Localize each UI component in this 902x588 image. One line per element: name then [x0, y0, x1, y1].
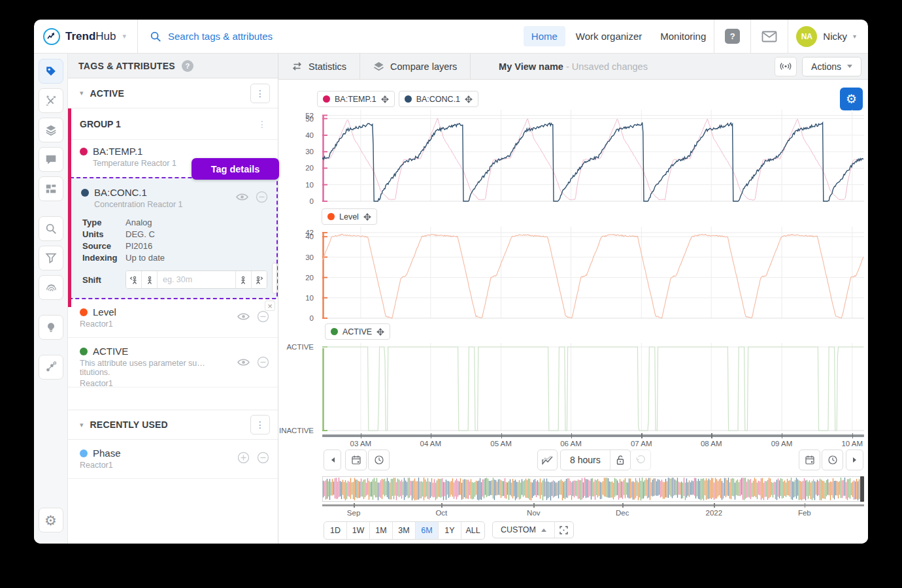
nav-link-work-organizer[interactable]: Work organizer: [568, 26, 650, 46]
nav-link-home[interactable]: Home: [524, 26, 565, 46]
legend-chip-ba-temp-1[interactable]: BA:TEMP.1: [317, 91, 395, 107]
nav-link-monitoring[interactable]: Monitoring: [652, 26, 714, 46]
tag-row-ba-conc-1[interactable]: BA:CONC.1 Concentration Reactor 1: [69, 178, 276, 215]
legend-row-2: Level: [322, 208, 377, 225]
app-logo[interactable]: TrendHub ▾: [34, 20, 137, 53]
rail-fingerprint-button[interactable]: [39, 275, 63, 300]
compare-scales-button[interactable]: [537, 449, 558, 470]
tag-color-dot: [80, 148, 88, 155]
statistics-tab[interactable]: Statistics: [278, 54, 360, 79]
range-button-6m[interactable]: 6M: [416, 522, 439, 539]
active-section-menu-button[interactable]: ⋮: [250, 84, 270, 103]
end-time-button[interactable]: [822, 449, 843, 470]
tag-row-active[interactable]: ACTIVE This attribute uses parameter su……: [68, 338, 278, 387]
section-chevron-down-icon[interactable]: ▾: [80, 89, 84, 97]
tag-details-tooltip-button[interactable]: Tag details: [192, 158, 279, 180]
legend-chip-ba-conc-1[interactable]: BA:CONC.1: [399, 91, 478, 107]
rail-formulas-button[interactable]: [39, 88, 63, 113]
pan-right-button[interactable]: [846, 449, 863, 470]
range-button-all[interactable]: ALL: [461, 522, 484, 539]
duration-value[interactable]: 8 hours: [561, 450, 610, 470]
global-search[interactable]: Search tags & attributes: [138, 31, 524, 42]
range-button-1w[interactable]: 1W: [347, 522, 370, 539]
legend-chip-active[interactable]: ACTIVE: [325, 323, 390, 340]
brand-chevron-down-icon[interactable]: ▾: [122, 32, 126, 41]
y-tick-label: 50: [305, 115, 314, 123]
rail-layers-button[interactable]: [39, 118, 63, 142]
chart-stage: BA:TEMP.1 BA:CONC.1 ⚙ 5250403020100 Leve…: [278, 80, 868, 544]
group-name: GROUP 1: [80, 119, 254, 129]
start-time-button[interactable]: [368, 449, 390, 470]
move-icon[interactable]: [381, 95, 389, 103]
messages-button[interactable]: [751, 20, 788, 54]
visibility-eye-icon[interactable]: [236, 355, 250, 369]
x-tick-label: 05 AM: [490, 440, 512, 448]
group-menu-button[interactable]: ⋮: [254, 119, 270, 129]
y-tick-label: 40: [305, 233, 314, 240]
x-tick-mark: [852, 433, 854, 438]
custom-range-button[interactable]: CUSTOM: [493, 522, 555, 538]
rail-settings-button[interactable]: ⚙: [39, 508, 63, 532]
shift-back-icon[interactable]: [142, 271, 158, 288]
filter-icon: [44, 252, 58, 265]
overview-timeline[interactable]: [322, 476, 864, 502]
chart-settings-button[interactable]: ⚙: [840, 88, 863, 110]
range-button-3m[interactable]: 3M: [393, 522, 416, 539]
remove-circle-icon[interactable]: [256, 309, 270, 323]
full-extent-button[interactable]: [555, 522, 573, 538]
shift-forward-more-icon[interactable]: [251, 271, 267, 288]
visibility-eye-icon[interactable]: [236, 309, 250, 323]
rail-dashboard-button[interactable]: [39, 176, 63, 201]
range-button-1d[interactable]: 1D: [324, 522, 347, 539]
shift-back-more-icon[interactable]: [126, 271, 142, 288]
trend-chart-active[interactable]: [322, 343, 864, 432]
chart-toolbar: Statistics Compare layers My View name -…: [278, 54, 868, 80]
lock-duration-button[interactable]: [610, 450, 630, 470]
pan-left-button[interactable]: [324, 449, 341, 470]
tag-name: BA:CONC.1: [94, 187, 147, 198]
rail-insights-button[interactable]: [39, 315, 63, 340]
range-button-1m[interactable]: 1M: [370, 522, 393, 539]
tag-row-level[interactable]: Level Reactor1: [68, 299, 278, 338]
recently-used-menu-button[interactable]: ⋮: [250, 415, 270, 434]
move-icon[interactable]: [465, 95, 473, 103]
user-menu[interactable]: NA Nicky ▾: [788, 26, 868, 47]
panel-help-icon[interactable]: ?: [182, 60, 193, 72]
legend-chip-level[interactable]: Level: [322, 208, 377, 225]
live-mode-button[interactable]: [775, 57, 797, 76]
rail-context-button[interactable]: [39, 355, 63, 380]
overview-axis-bar: [322, 504, 864, 506]
range-button-1y[interactable]: 1Y: [439, 522, 461, 539]
history-back-button[interactable]: [630, 449, 651, 470]
rail-tags-button[interactable]: [39, 59, 63, 84]
detail-label: Type: [82, 218, 125, 227]
section-chevron-down-icon[interactable]: ▾: [80, 421, 84, 429]
rail-filter-button[interactable]: [39, 246, 63, 270]
panel-scrollbar-thumb[interactable]: [272, 263, 277, 294]
move-icon[interactable]: [363, 213, 371, 221]
compare-layers-tab[interactable]: Compare layers: [360, 54, 471, 79]
shift-input[interactable]: [158, 271, 235, 288]
group-row[interactable]: GROUP 1 ⋮: [68, 108, 278, 140]
end-date-button[interactable]: [799, 449, 820, 470]
rail-search-button[interactable]: [39, 216, 63, 241]
shift-row: Shift: [82, 270, 267, 289]
remove-circle-icon[interactable]: [256, 450, 270, 465]
tag-row-phase[interactable]: Phase Reactor1: [68, 440, 278, 479]
move-icon[interactable]: [376, 328, 384, 336]
actions-button[interactable]: Actions: [802, 57, 861, 76]
timeline-drag-handle[interactable]: [860, 476, 864, 502]
month-tick-mark: [441, 503, 443, 508]
time-axis-bar[interactable]: [322, 434, 864, 437]
start-date-button[interactable]: [345, 449, 367, 470]
shift-forward-icon[interactable]: [235, 271, 251, 288]
trend-chart-level[interactable]: [322, 227, 864, 319]
rail-comments-button[interactable]: [39, 147, 63, 172]
visibility-eye-icon[interactable]: [235, 189, 249, 204]
remove-circle-icon[interactable]: [256, 355, 270, 369]
remove-circle-icon[interactable]: [254, 189, 269, 204]
trend-chart-temp-conc[interactable]: [322, 110, 864, 203]
add-circle-icon[interactable]: [236, 450, 250, 465]
search-input[interactable]: Search tags & attributes: [168, 31, 273, 42]
help-button[interactable]: ?: [714, 20, 750, 54]
